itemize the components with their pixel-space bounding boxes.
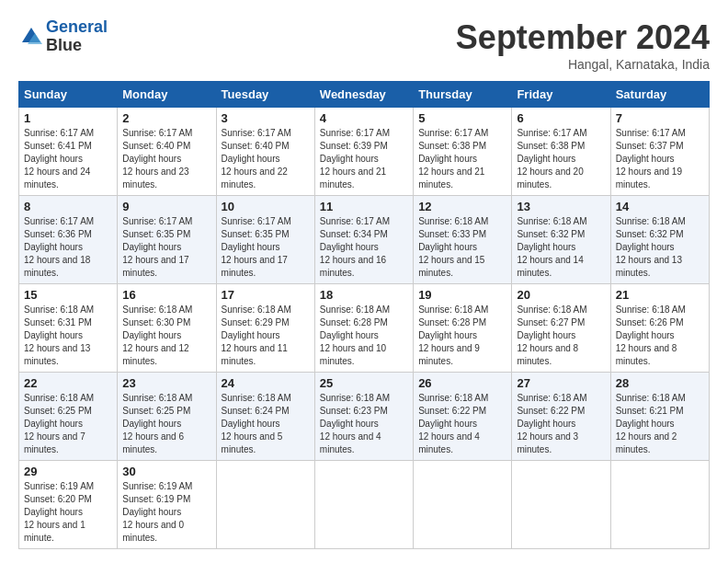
day-info: Sunrise: 6:17 AMSunset: 6:34 PMDaylight …	[320, 216, 390, 278]
calendar-cell: 4Sunrise: 6:17 AMSunset: 6:39 PMDaylight…	[314, 108, 413, 196]
calendar-cell: 21Sunrise: 6:18 AMSunset: 6:26 PMDayligh…	[610, 284, 709, 373]
day-header-friday: Friday	[512, 82, 610, 108]
day-info: Sunrise: 6:17 AMSunset: 6:35 PMDaylight …	[222, 216, 291, 278]
calendar-week-row: 1Sunrise: 6:17 AMSunset: 6:41 PMDaylight…	[19, 108, 710, 196]
calendar-cell: 25Sunrise: 6:18 AMSunset: 6:23 PMDayligh…	[314, 373, 413, 461]
day-info: Sunrise: 6:17 AMSunset: 6:41 PMDaylight …	[24, 128, 94, 190]
calendar-cell: 18Sunrise: 6:18 AMSunset: 6:28 PMDayligh…	[314, 284, 413, 373]
logo-text: General Blue	[46, 18, 108, 55]
day-header-monday: Monday	[118, 82, 216, 108]
day-number: 5	[418, 111, 506, 125]
day-info: Sunrise: 6:17 AMSunset: 6:38 PMDaylight …	[418, 128, 488, 190]
day-info: Sunrise: 6:18 AMSunset: 6:25 PMDaylight …	[24, 393, 94, 454]
calendar-week-row: 15Sunrise: 6:18 AMSunset: 6:31 PMDayligh…	[19, 284, 710, 373]
day-info: Sunrise: 6:18 AMSunset: 6:32 PMDaylight …	[616, 216, 686, 278]
day-number: 10	[222, 200, 310, 213]
day-number: 27	[517, 376, 605, 390]
calendar-cell: 10Sunrise: 6:17 AMSunset: 6:35 PMDayligh…	[216, 196, 314, 284]
calendar-cell	[216, 461, 314, 549]
day-header-sunday: Sunday	[19, 82, 118, 108]
day-number: 21	[616, 288, 704, 302]
calendar-cell	[512, 461, 610, 549]
calendar-cell: 2Sunrise: 6:17 AMSunset: 6:40 PMDaylight…	[118, 108, 216, 196]
calendar-cell: 12Sunrise: 6:18 AMSunset: 6:33 PMDayligh…	[414, 196, 512, 284]
calendar-cell: 30Sunrise: 6:19 AMSunset: 6:19 PMDayligh…	[118, 461, 216, 549]
day-number: 7	[616, 111, 704, 125]
calendar-cell: 17Sunrise: 6:18 AMSunset: 6:29 PMDayligh…	[216, 284, 314, 373]
day-info: Sunrise: 6:19 AMSunset: 6:20 PMDaylight …	[24, 481, 94, 543]
calendar-cell	[610, 461, 709, 549]
calendar-header-row: SundayMondayTuesdayWednesdayThursdayFrid…	[19, 82, 710, 108]
calendar-cell: 24Sunrise: 6:18 AMSunset: 6:24 PMDayligh…	[216, 373, 314, 461]
day-number: 13	[517, 200, 605, 213]
day-number: 2	[122, 111, 210, 125]
calendar-cell: 15Sunrise: 6:18 AMSunset: 6:31 PMDayligh…	[19, 284, 118, 373]
day-number: 26	[418, 376, 506, 390]
day-info: Sunrise: 6:18 AMSunset: 6:32 PMDaylight …	[517, 216, 586, 278]
day-info: Sunrise: 6:18 AMSunset: 6:23 PMDaylight …	[320, 393, 390, 454]
day-header-wednesday: Wednesday	[314, 82, 413, 108]
page-header: General Blue September 2024 Hangal, Karn…	[18, 18, 710, 72]
day-info: Sunrise: 6:18 AMSunset: 6:29 PMDaylight …	[222, 304, 291, 366]
day-info: Sunrise: 6:17 AMSunset: 6:40 PMDaylight …	[222, 128, 291, 190]
day-header-tuesday: Tuesday	[216, 82, 314, 108]
calendar-cell: 16Sunrise: 6:18 AMSunset: 6:30 PMDayligh…	[118, 284, 216, 373]
day-number: 25	[320, 376, 408, 390]
calendar-body: 1Sunrise: 6:17 AMSunset: 6:41 PMDaylight…	[19, 108, 710, 549]
calendar-week-row: 8Sunrise: 6:17 AMSunset: 6:36 PMDaylight…	[19, 196, 710, 284]
day-info: Sunrise: 6:18 AMSunset: 6:21 PMDaylight …	[616, 393, 686, 454]
day-info: Sunrise: 6:18 AMSunset: 6:33 PMDaylight …	[418, 216, 488, 278]
calendar-cell: 19Sunrise: 6:18 AMSunset: 6:28 PMDayligh…	[414, 284, 512, 373]
day-number: 29	[24, 465, 112, 478]
calendar-cell: 27Sunrise: 6:18 AMSunset: 6:22 PMDayligh…	[512, 373, 610, 461]
day-info: Sunrise: 6:18 AMSunset: 6:25 PMDaylight …	[122, 393, 192, 454]
day-info: Sunrise: 6:17 AMSunset: 6:40 PMDaylight …	[122, 128, 192, 190]
day-number: 11	[320, 200, 408, 213]
day-info: Sunrise: 6:17 AMSunset: 6:36 PMDaylight …	[24, 216, 94, 278]
day-info: Sunrise: 6:18 AMSunset: 6:22 PMDaylight …	[517, 393, 586, 454]
calendar-cell: 8Sunrise: 6:17 AMSunset: 6:36 PMDaylight…	[19, 196, 118, 284]
day-number: 19	[418, 288, 506, 302]
calendar-cell: 28Sunrise: 6:18 AMSunset: 6:21 PMDayligh…	[610, 373, 709, 461]
calendar-cell: 3Sunrise: 6:17 AMSunset: 6:40 PMDaylight…	[216, 108, 314, 196]
day-number: 3	[222, 111, 310, 125]
day-number: 22	[24, 376, 112, 390]
day-number: 8	[24, 200, 112, 213]
calendar-cell: 6Sunrise: 6:17 AMSunset: 6:38 PMDaylight…	[512, 108, 610, 196]
calendar-table: SundayMondayTuesdayWednesdayThursdayFrid…	[18, 81, 710, 549]
day-number: 30	[122, 465, 210, 478]
day-info: Sunrise: 6:17 AMSunset: 6:38 PMDaylight …	[517, 128, 586, 190]
calendar-cell: 29Sunrise: 6:19 AMSunset: 6:20 PMDayligh…	[19, 461, 118, 549]
day-number: 20	[517, 288, 605, 302]
day-number: 14	[616, 200, 704, 213]
day-number: 23	[122, 376, 210, 390]
calendar-cell: 7Sunrise: 6:17 AMSunset: 6:37 PMDaylight…	[610, 108, 709, 196]
calendar-cell: 20Sunrise: 6:18 AMSunset: 6:27 PMDayligh…	[512, 284, 610, 373]
location-subtitle: Hangal, Karnataka, India	[456, 57, 710, 72]
calendar-cell: 5Sunrise: 6:17 AMSunset: 6:38 PMDaylight…	[414, 108, 512, 196]
calendar-cell: 11Sunrise: 6:17 AMSunset: 6:34 PMDayligh…	[314, 196, 413, 284]
day-header-thursday: Thursday	[414, 82, 512, 108]
calendar-cell: 14Sunrise: 6:18 AMSunset: 6:32 PMDayligh…	[610, 196, 709, 284]
calendar-cell	[314, 461, 413, 549]
day-info: Sunrise: 6:18 AMSunset: 6:31 PMDaylight …	[24, 304, 94, 366]
title-area: September 2024 Hangal, Karnataka, India	[456, 18, 710, 72]
calendar-cell: 23Sunrise: 6:18 AMSunset: 6:25 PMDayligh…	[118, 373, 216, 461]
day-number: 18	[320, 288, 408, 302]
day-header-saturday: Saturday	[610, 82, 709, 108]
day-info: Sunrise: 6:18 AMSunset: 6:28 PMDaylight …	[418, 304, 488, 366]
day-number: 1	[24, 111, 112, 125]
day-info: Sunrise: 6:18 AMSunset: 6:24 PMDaylight …	[222, 393, 291, 454]
calendar-cell: 1Sunrise: 6:17 AMSunset: 6:41 PMDaylight…	[19, 108, 118, 196]
calendar-cell: 13Sunrise: 6:18 AMSunset: 6:32 PMDayligh…	[512, 196, 610, 284]
day-number: 16	[122, 288, 210, 302]
day-number: 15	[24, 288, 112, 302]
month-title: September 2024	[456, 18, 710, 57]
calendar-cell: 22Sunrise: 6:18 AMSunset: 6:25 PMDayligh…	[19, 373, 118, 461]
calendar-cell	[414, 461, 512, 549]
day-info: Sunrise: 6:17 AMSunset: 6:37 PMDaylight …	[616, 128, 686, 190]
logo-icon	[18, 24, 44, 50]
day-info: Sunrise: 6:19 AMSunset: 6:19 PMDaylight …	[122, 481, 192, 543]
day-info: Sunrise: 6:17 AMSunset: 6:39 PMDaylight …	[320, 128, 390, 190]
day-info: Sunrise: 6:18 AMSunset: 6:27 PMDaylight …	[517, 304, 586, 366]
